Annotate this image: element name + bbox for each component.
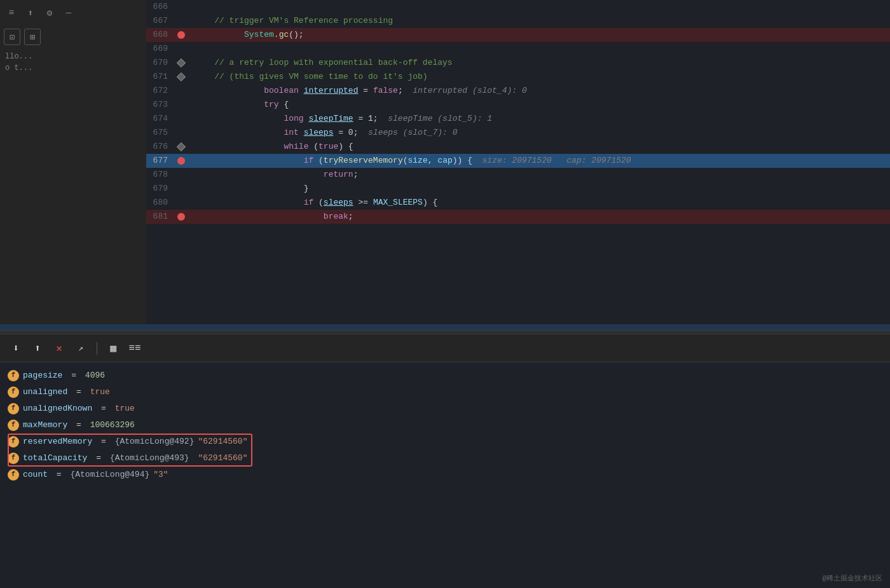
- code-content-670: // a retry loop with exponential back-of…: [188, 56, 890, 70]
- var-value-count-str: "3": [153, 467, 168, 483]
- code-line-668: 668 System.gc();: [146, 28, 890, 42]
- line-num-669: 669: [146, 42, 174, 56]
- debug-diamond-670: [177, 58, 186, 67]
- line-num-671: 671: [146, 70, 174, 84]
- bp-677: [174, 157, 188, 165]
- blue-divider: [0, 324, 890, 331]
- stop-btn[interactable]: ✕: [51, 340, 67, 357]
- sidebar-toolbar: ≡ ⬆ ⚙ —: [0, 0, 146, 25]
- code-area: ≡ ⬆ ⚙ — ⊡ ⊞ llo... o t... 666: [0, 0, 890, 324]
- variables-panel: f pagesize = 4096 f unaligned = true f u…: [0, 362, 890, 588]
- bp-670: [174, 60, 188, 66]
- bp-681: [174, 213, 188, 221]
- var-value-reservedmemory: {AtomicLong@492}: [115, 434, 195, 450]
- line-num-679: 679: [146, 182, 174, 196]
- nav-btn-2[interactable]: ⊞: [24, 29, 41, 45]
- breakpoint-dot-681: [177, 213, 185, 221]
- var-icon-pagesize: f: [8, 370, 19, 381]
- var-name-count: count: [23, 467, 48, 483]
- var-eq-unalignedknown: =: [96, 400, 111, 417]
- main-container: ≡ ⬆ ⚙ — ⊡ ⊞ llo... o t... 666: [0, 0, 890, 588]
- bp-671: [174, 74, 188, 80]
- code-line-670: 670 // a retry loop with exponential bac…: [146, 56, 890, 70]
- line-num-675: 675: [146, 126, 174, 140]
- debug-diamond-671: [177, 72, 186, 81]
- var-eq-reservedmemory: =: [96, 434, 111, 450]
- var-row-unalignedknown: f unalignedKnown = true: [8, 400, 882, 417]
- var-value-pagesize: 4096: [85, 367, 105, 384]
- var-icon-maxmemory: f: [8, 420, 19, 431]
- var-icon-totalcapacity: f: [8, 453, 19, 464]
- close-sidebar-btn[interactable]: —: [61, 5, 76, 20]
- sidebar-nav: ⊡ ⊞: [0, 25, 146, 48]
- var-name-unaligned: unaligned: [23, 384, 67, 400]
- var-eq-count: =: [51, 467, 66, 483]
- step-into-btn[interactable]: ⬇: [8, 340, 24, 357]
- highlighted-vars-container: f reservedMemory = {AtomicLong@492} "629…: [8, 434, 252, 467]
- var-value-unaligned: true: [90, 384, 110, 400]
- watermark: @稀土掘金技术社区: [822, 573, 882, 583]
- line-num-681: 681: [146, 210, 174, 224]
- left-sidebar: ≡ ⬆ ⚙ — ⊡ ⊞ llo... o t...: [0, 0, 146, 324]
- var-name-unalignedknown: unalignedKnown: [23, 400, 92, 417]
- var-icon-unaligned: f: [8, 386, 19, 398]
- list-view-btn[interactable]: ≡≡: [127, 340, 143, 357]
- breakpoint-dot-677: [177, 157, 185, 165]
- settings-btn[interactable]: ⚙: [42, 5, 57, 20]
- var-row-count: f count = {AtomicLong@494} "3": [8, 467, 882, 483]
- code-editor: 666 667 // trigger VM's Reference proces…: [146, 0, 890, 324]
- var-icon-count: f: [8, 469, 19, 481]
- var-value-maxmemory: 100663296: [90, 417, 135, 434]
- var-eq-maxmemory: =: [71, 417, 86, 434]
- line-num-677: 677: [146, 154, 174, 168]
- var-name-maxmemory: maxMemory: [23, 417, 67, 434]
- var-row-reservedmemory: f reservedMemory = {AtomicLong@492} "629…: [8, 434, 252, 450]
- var-name-pagesize: pagesize: [23, 367, 62, 384]
- code-content-668: System.gc();: [188, 14, 890, 56]
- code-line-666: 666: [146, 0, 890, 14]
- bp-676: [174, 144, 188, 150]
- code-line-681: 681 break;: [146, 210, 890, 224]
- line-num-674: 674: [146, 112, 174, 126]
- var-value-totalcapacity: {AtomicLong@493}: [110, 450, 189, 467]
- step-over-btn[interactable]: ↗: [72, 340, 89, 357]
- sidebar-item-1: llo...: [0, 51, 146, 62]
- line-num-673: 673: [146, 98, 174, 112]
- toolbar-sep-1: [97, 342, 97, 355]
- line-num-672: 672: [146, 84, 174, 98]
- line-num-670: 670: [146, 56, 174, 70]
- debug-toolbar: ⬇ ⬆ ✕ ↗ ▦ ≡≡: [0, 334, 890, 362]
- breakpoint-dot-668: [177, 31, 185, 39]
- debug-diamond-676: [177, 142, 186, 151]
- var-row-unaligned: f unaligned = true: [8, 384, 882, 400]
- expand-btn[interactable]: ⬆: [23, 5, 38, 20]
- var-eq-unaligned: =: [71, 384, 86, 400]
- var-eq-totalcapacity: =: [91, 450, 106, 467]
- var-icon-reservedmemory: f: [8, 436, 19, 448]
- sidebar-item-2: o t...: [0, 62, 146, 74]
- var-row-maxmemory: f maxMemory = 100663296: [8, 417, 882, 434]
- var-row-totalcapacity: f totalCapacity = {AtomicLong@493} "6291…: [8, 450, 252, 467]
- sidebar-content: llo... o t...: [0, 48, 146, 324]
- nav-btn-1[interactable]: ⊡: [4, 29, 20, 45]
- bp-668: [174, 31, 188, 39]
- table-view-btn[interactable]: ▦: [105, 340, 121, 357]
- var-value-count: {AtomicLong@494}: [70, 467, 149, 483]
- line-num-680: 680: [146, 196, 174, 210]
- var-value-totalcapacity-str: "62914560": [193, 450, 248, 467]
- line-num-676: 676: [146, 140, 174, 154]
- line-num-668: 668: [146, 28, 174, 42]
- collapse-btn[interactable]: ≡: [4, 5, 19, 20]
- var-value-unalignedknown: true: [115, 400, 135, 417]
- var-value-reservedmemory-str: "62914560": [198, 434, 247, 450]
- line-num-667: 667: [146, 14, 174, 28]
- var-name-totalcapacity: totalCapacity: [23, 450, 87, 467]
- var-row-pagesize: f pagesize = 4096: [8, 367, 882, 384]
- line-num-678: 678: [146, 168, 174, 182]
- var-name-reservedmemory: reservedMemory: [23, 434, 92, 450]
- code-content-681: break;: [188, 196, 890, 238]
- var-eq-pagesize: =: [66, 367, 81, 384]
- step-out-btn[interactable]: ⬆: [29, 340, 46, 357]
- var-icon-unalignedknown: f: [8, 403, 19, 414]
- line-num-666: 666: [146, 0, 174, 14]
